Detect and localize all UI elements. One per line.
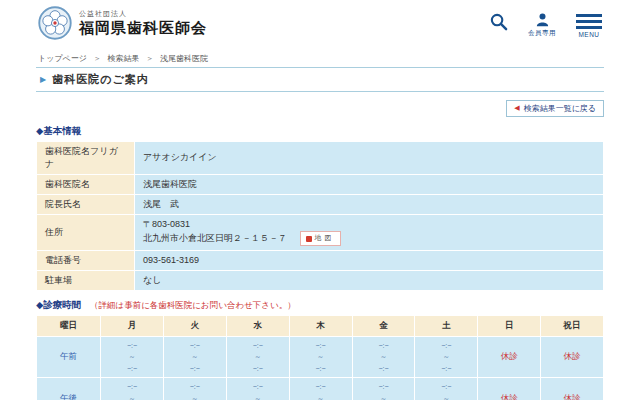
- time-cell: −:−～−:−: [163, 378, 226, 400]
- basic-info-heading: ◆基本情報: [36, 125, 604, 138]
- menu-label: MENU: [578, 31, 599, 38]
- time-cell: −:−～−:−: [289, 378, 352, 400]
- table-row: 歯科医院名フリガナ アサオシカイイン: [37, 141, 604, 174]
- closed-cell: 休診: [541, 378, 604, 400]
- site-logo[interactable]: 公益社団法人 福岡県歯科医師会: [38, 6, 207, 40]
- search-icon: [489, 12, 508, 31]
- col-header: 木: [289, 315, 352, 336]
- breadcrumb-home-link[interactable]: トップページ: [38, 54, 87, 63]
- breadcrumb-separator: ＞: [146, 54, 154, 63]
- hours-note: （詳細は事前に各歯科医院にお問い合わせ下さい。）: [90, 300, 296, 310]
- col-header: 日: [478, 315, 541, 336]
- menu-button[interactable]: MENU: [576, 12, 602, 38]
- title-arrow-icon: ▶: [40, 75, 46, 84]
- row-value: 浅尾 武: [135, 194, 604, 214]
- time-cell: −:−～−:−: [352, 378, 415, 400]
- row-value: 浅尾歯科医院: [135, 174, 604, 194]
- table-row: 電話番号 093-561-3169: [37, 250, 604, 270]
- hours-heading-text: ◆診療時間: [36, 299, 81, 310]
- closed-cell: 休診: [541, 336, 604, 378]
- map-pin-icon: [306, 236, 312, 242]
- row-label: 電話番号: [37, 250, 135, 270]
- address-value: 〒803-0831 北九州市小倉北区日明２－１５－７ 地図: [135, 214, 604, 250]
- time-cell: −:−～−:−: [289, 336, 352, 378]
- breadcrumb-current: 浅尾歯科医院: [160, 54, 208, 63]
- page-title-bar: ▶ 歯科医院のご案内: [36, 67, 604, 92]
- breadcrumb-results-link[interactable]: 検索結果: [107, 54, 139, 63]
- back-to-results-button[interactable]: ◀ 検索結果一覧に戻る: [506, 100, 604, 117]
- map-button-label: 地図: [315, 233, 335, 244]
- header-actions: 会員専用 MENU: [489, 6, 602, 38]
- map-button[interactable]: 地図: [300, 231, 341, 246]
- col-header: 祝日: [541, 315, 604, 336]
- org-name: 福岡県歯科医師会: [79, 19, 207, 37]
- association-logo-icon: [38, 6, 72, 40]
- row-label: 住所: [37, 214, 135, 250]
- member-person-icon: [535, 12, 550, 27]
- row-label: 午前: [37, 336, 101, 378]
- table-row: 歯科医院名 浅尾歯科医院: [37, 174, 604, 194]
- hours-row-am: 午前 −:−～−:− −:−～−:− −:−～−:− −:−～−:− −:−～−…: [37, 336, 604, 378]
- col-header: 月: [101, 315, 164, 336]
- row-label: 午後: [37, 378, 101, 400]
- time-cell: −:−～−:−: [226, 378, 289, 400]
- closed-cell: 休診: [478, 378, 541, 400]
- street-address: 北九州市小倉北区日明２－１５－７ 地図: [143, 231, 595, 246]
- clinic-detail-page: 公益社団法人 福岡県歯科医師会 会員専用: [0, 0, 640, 400]
- time-cell: −:−～−:−: [352, 336, 415, 378]
- time-cell: −:−～−:−: [415, 336, 478, 378]
- search-button[interactable]: [489, 12, 508, 31]
- hours-row-pm: 午後 −:−～−:− −:−～−:− −:−～−:− −:−～−:− −:−～−…: [37, 378, 604, 400]
- back-to-results-label: 検索結果一覧に戻る: [524, 103, 596, 114]
- row-label: 歯科医院名フリガナ: [37, 141, 135, 174]
- table-row: 院長氏名 浅尾 武: [37, 194, 604, 214]
- hours-table: 曜日 月 火 水 木 金 土 日 祝日 午前 −:−～−:− −:−～−:− −…: [36, 315, 604, 400]
- row-value: 093-561-3169: [135, 250, 604, 270]
- col-header: 水: [226, 315, 289, 336]
- hamburger-icon: [576, 12, 602, 29]
- postal-code: 〒803-0831: [143, 218, 595, 232]
- breadcrumb-separator: ＞: [93, 54, 101, 63]
- row-label: 駐車場: [37, 270, 135, 290]
- back-row: ◀ 検索結果一覧に戻る: [36, 96, 604, 117]
- row-value: アサオシカイイン: [135, 141, 604, 174]
- site-header: 公益社団法人 福岡県歯科医師会 会員専用: [0, 0, 640, 48]
- time-cell: −:−～−:−: [101, 336, 164, 378]
- street-text: 北九州市小倉北区日明２－１５－７: [143, 234, 287, 244]
- col-header: 土: [415, 315, 478, 336]
- breadcrumb: トップページ ＞ 検索結果 ＞ 浅尾歯科医院: [38, 53, 602, 64]
- table-row: 住所 〒803-0831 北九州市小倉北区日明２－１５－７ 地図: [37, 214, 604, 250]
- basic-info-table: 歯科医院名フリガナ アサオシカイイン 歯科医院名 浅尾歯科医院 院長氏名 浅尾 …: [36, 141, 604, 291]
- col-header: 金: [352, 315, 415, 336]
- time-cell: −:−～−:−: [415, 378, 478, 400]
- row-value: なし: [135, 270, 604, 290]
- row-label: 歯科医院名: [37, 174, 135, 194]
- col-header: 火: [163, 315, 226, 336]
- hours-heading: ◆診療時間 （詳細は事前に各歯科医院にお問い合わせ下さい。）: [36, 299, 604, 312]
- closed-cell: 休診: [478, 336, 541, 378]
- row-label: 院長氏名: [37, 194, 135, 214]
- time-cell: −:−～−:−: [226, 336, 289, 378]
- time-cell: −:−～−:−: [163, 336, 226, 378]
- back-arrow-icon: ◀: [514, 104, 519, 112]
- brand-text: 公益社団法人 福岡県歯科医師会: [79, 9, 207, 37]
- hours-header-row: 曜日 月 火 水 木 金 土 日 祝日: [37, 315, 604, 336]
- col-header: 曜日: [37, 315, 101, 336]
- page-title: 歯科医院のご案内: [52, 72, 149, 87]
- org-type: 公益社団法人: [79, 9, 207, 19]
- member-area-label: 会員専用: [528, 29, 556, 38]
- time-cell: −:−～−:−: [101, 378, 164, 400]
- table-row: 駐車場 なし: [37, 270, 604, 290]
- member-area-button[interactable]: 会員専用: [528, 12, 556, 38]
